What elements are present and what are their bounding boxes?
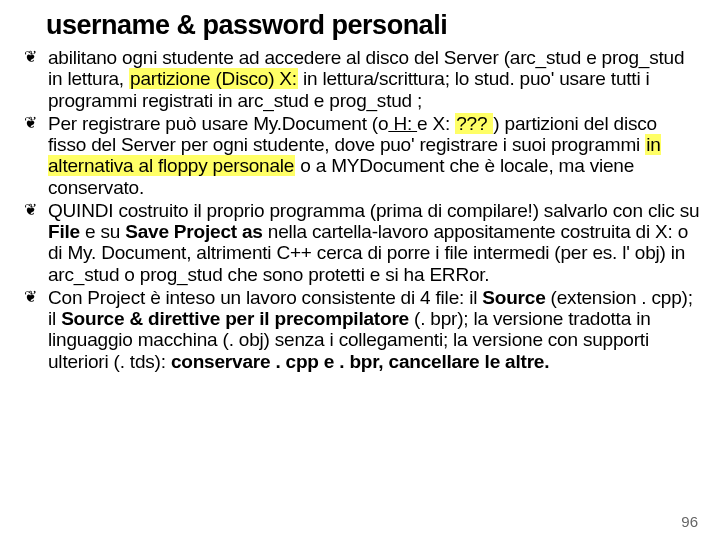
bullet-icon: ❦ bbox=[24, 201, 37, 219]
list-item: ❦ Con Project è inteso un lavoro consist… bbox=[20, 287, 700, 372]
bold: conservare . cpp e . bpr, cancellare le … bbox=[171, 351, 549, 372]
bold: File bbox=[48, 221, 80, 242]
slide-title: username & password personali bbox=[46, 10, 700, 41]
list-item: ❦ abilitano ogni studente ad accedere al… bbox=[20, 47, 700, 111]
bold: Save Project as bbox=[125, 221, 262, 242]
bullet-icon: ❦ bbox=[24, 48, 37, 66]
text: QUINDI costruito il proprio programma (p… bbox=[48, 200, 699, 221]
list-item: ❦ Per registrare può usare My.Document (… bbox=[20, 113, 700, 198]
bullet-list: ❦ abilitano ogni studente ad accedere al… bbox=[20, 47, 700, 372]
text: e su bbox=[80, 221, 125, 242]
bold: Source & direttive per il precompilatore bbox=[61, 308, 409, 329]
text: e X: bbox=[417, 113, 455, 134]
text: Per registrare può usare My.Document (o bbox=[48, 113, 388, 134]
bullet-icon: ❦ bbox=[24, 288, 37, 306]
slide: username & password personali ❦ abilitan… bbox=[0, 0, 720, 540]
page-number: 96 bbox=[681, 513, 698, 530]
highlight: ??? bbox=[455, 113, 493, 134]
highlight: partizione (Disco) X: bbox=[129, 68, 298, 89]
bullet-icon: ❦ bbox=[24, 114, 37, 132]
underline: H: bbox=[388, 113, 417, 134]
list-item: ❦ QUINDI costruito il proprio programma … bbox=[20, 200, 700, 285]
bold: Source bbox=[482, 287, 545, 308]
text: Con Project è inteso un lavoro consisten… bbox=[48, 287, 482, 308]
